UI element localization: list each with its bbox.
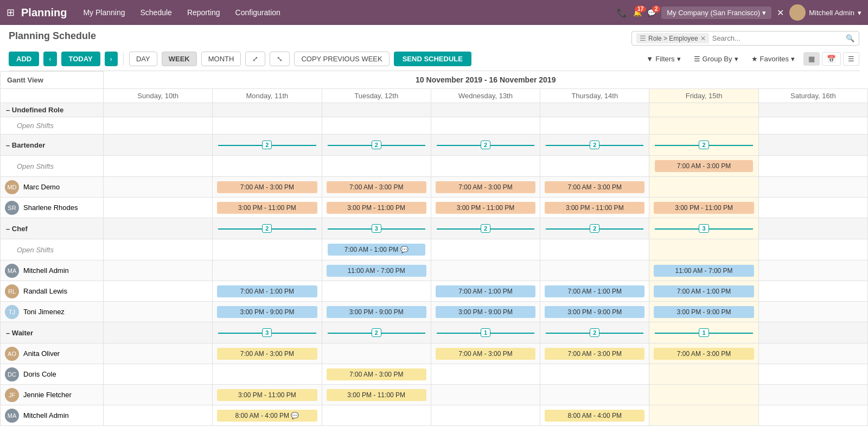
calendar-view-button[interactable]: 📅 xyxy=(822,52,841,66)
day-button[interactable]: DAY xyxy=(129,52,157,66)
company-selector[interactable]: My Company (San Francisco) ▾ xyxy=(661,7,771,19)
shift-block[interactable]: 3:00 PM - 9:00 PM xyxy=(545,306,644,318)
copy-prev-week-button[interactable]: COPY PREVIOUS WEEK xyxy=(294,52,389,66)
nav-my-planning[interactable]: My Planning xyxy=(75,0,132,25)
shift-block[interactable]: 11:00 AM - 7:00 PM xyxy=(654,265,754,277)
send-schedule-button[interactable]: SEND SCHEDULE xyxy=(394,52,471,66)
shift-block[interactable]: 7:00 AM - 3:00 PM xyxy=(217,348,317,360)
count-cell: 2 xyxy=(540,322,649,343)
filters-dropdown[interactable]: ▼ Filters ▾ xyxy=(642,53,685,65)
search-input[interactable] xyxy=(712,34,843,42)
shift-block[interactable]: 11:00 AM - 7:00 PM xyxy=(327,265,426,277)
person-row: MDMarc Demo7:00 AM - 3:00 PM7:00 AM - 3:… xyxy=(1,177,868,198)
person-row: SRSharlene Rhodes3:00 PM - 11:00 PM3:00 … xyxy=(1,198,868,218)
col-wednesday: Wednesday, 13th xyxy=(431,89,540,103)
shift-block[interactable]: 3:00 PM - 9:00 PM xyxy=(654,306,754,318)
top-navigation: ⊞ Planning My Planning Schedule Reportin… xyxy=(0,0,868,25)
nav-reporting[interactable]: Reporting xyxy=(180,0,228,25)
prev-button[interactable]: ‹ xyxy=(43,52,56,66)
count-cell: 2 xyxy=(213,218,322,239)
shift-block[interactable]: 7:00 AM - 1:00 PM xyxy=(654,285,754,297)
gantt-view-button[interactable]: ▦ xyxy=(803,52,820,66)
shift-block[interactable]: 3:00 PM - 9:00 PM xyxy=(217,306,317,318)
shift-block[interactable]: 3:00 PM - 11:00 PM xyxy=(217,389,317,401)
group-by-dropdown[interactable]: ☰ Group By ▾ xyxy=(690,53,743,65)
next-button[interactable]: › xyxy=(105,52,118,66)
shift-block[interactable]: 7:00 AM - 3:00 PM xyxy=(436,181,535,193)
shift-block[interactable]: 8:00 AM - 4:00 PM 💬 xyxy=(217,410,317,422)
notif-badge: 17 xyxy=(635,5,646,12)
group-label: – Bartender xyxy=(1,135,104,156)
expand2-button[interactable]: ⤡ xyxy=(270,52,290,66)
count-cell: 2 xyxy=(540,218,649,239)
user-name: Mitchell Admin xyxy=(809,9,854,17)
expand1-button[interactable]: ⤢ xyxy=(245,52,265,66)
close-icon[interactable]: ✕ xyxy=(777,8,784,18)
today-button[interactable]: TODAY xyxy=(61,52,100,66)
shift-block[interactable]: 7:00 AM - 3:00 PM xyxy=(327,181,426,193)
shift-block[interactable]: 7:00 AM - 3:00 PM xyxy=(654,348,754,360)
gantt-body: – Undefined RoleOpen Shifts– Bartender22… xyxy=(1,103,868,426)
favorites-dropdown[interactable]: ★ Favorites ▾ xyxy=(747,53,799,65)
shift-block[interactable]: 3:00 PM - 11:00 PM xyxy=(545,202,644,214)
count-cell xyxy=(104,218,213,239)
count-cell: 3 xyxy=(213,322,322,343)
avatar: AO xyxy=(5,347,19,361)
shift-block[interactable]: 7:00 AM - 1:00 PM xyxy=(436,285,535,297)
week-button[interactable]: WEEK xyxy=(162,52,197,66)
shift-block[interactable]: 7:00 AM - 3:00 PM xyxy=(655,160,752,172)
list-view-button[interactable]: ☰ xyxy=(843,52,859,66)
count-cell: 2 xyxy=(431,135,540,156)
shift-block[interactable]: 7:00 AM - 3:00 PM xyxy=(436,348,535,360)
shift-block[interactable]: 8:00 AM - 4:00 PM xyxy=(545,410,644,422)
person-row: JFJennie Fletcher3:00 PM - 11:00 PM3:00 … xyxy=(1,385,868,405)
count-cell: 2 xyxy=(322,135,431,156)
shift-block[interactable]: 7:00 AM - 1:00 PM 💬 xyxy=(328,244,425,256)
open-shifts-label: Open Shifts xyxy=(1,117,104,135)
shift-block[interactable]: 3:00 PM - 11:00 PM xyxy=(217,202,317,214)
person-label: SRSharlene Rhodes xyxy=(1,198,104,218)
apps-menu-icon[interactable]: ⊞ xyxy=(7,7,15,18)
avatar: JF xyxy=(5,388,19,402)
shift-block[interactable]: 3:00 PM - 9:00 PM xyxy=(436,306,535,318)
filters-label: Filters xyxy=(655,55,674,63)
month-button[interactable]: MONTH xyxy=(201,52,241,66)
favorites-label: Favorites xyxy=(760,55,789,63)
shift-block[interactable]: 3:00 PM - 11:00 PM xyxy=(327,389,426,401)
group-by-chevron-icon: ▾ xyxy=(735,55,738,63)
chevron-down-icon: ▾ xyxy=(762,9,766,17)
shift-block[interactable]: 3:00 PM - 11:00 PM xyxy=(654,202,754,214)
shift-block[interactable]: 7:00 AM - 3:00 PM xyxy=(217,181,317,193)
shift-block[interactable]: 7:00 AM - 1:00 PM xyxy=(545,285,644,297)
chat-btn[interactable]: 💬 2 xyxy=(647,9,656,17)
count-cell: 3 xyxy=(322,218,431,239)
notifications-btn[interactable]: 🔔 17 xyxy=(633,9,642,17)
shift-block[interactable]: 7:00 AM - 3:00 PM xyxy=(545,348,644,360)
svg-point-0 xyxy=(794,7,801,14)
count-cell: 1 xyxy=(649,322,758,343)
shift-block[interactable]: 3:00 PM - 11:00 PM xyxy=(436,202,535,214)
group-row: – Undefined Role xyxy=(1,103,868,117)
open-shifts-row: Open Shifts7:00 AM - 3:00 PM xyxy=(1,156,868,177)
count-cell xyxy=(758,322,867,343)
add-button[interactable]: ADD xyxy=(9,52,39,66)
shift-block[interactable]: 7:00 AM - 1:00 PM xyxy=(217,285,317,297)
shift-block[interactable]: 7:00 AM - 3:00 PM xyxy=(545,181,644,193)
col-tuesday: Tuesday, 12th xyxy=(322,89,431,103)
shift-block[interactable]: 7:00 AM - 3:00 PM xyxy=(327,368,426,380)
open-shifts-label: Open Shifts xyxy=(1,156,104,177)
filter-remove-icon[interactable]: ✕ xyxy=(700,35,706,42)
person-name: Mitchell Admin xyxy=(23,266,69,275)
shift-block[interactable]: 3:00 PM - 9:00 PM xyxy=(327,306,426,318)
user-menu[interactable]: Mitchell Admin ▾ xyxy=(789,4,861,21)
group-row: – Bartender22222 xyxy=(1,135,868,156)
search-icon[interactable]: 🔍 xyxy=(846,34,854,42)
filter-tag-role[interactable]: ☰ Role > Employee ✕ xyxy=(636,33,709,43)
nav-schedule[interactable]: Schedule xyxy=(133,0,180,25)
count-cell xyxy=(540,103,649,117)
gantt-label-col xyxy=(1,89,104,103)
phone-icon[interactable]: 📞 xyxy=(617,8,628,18)
shift-block[interactable]: 3:00 PM - 11:00 PM xyxy=(327,202,426,214)
nav-configuration[interactable]: Configuration xyxy=(228,0,288,25)
user-avatar xyxy=(789,4,806,21)
